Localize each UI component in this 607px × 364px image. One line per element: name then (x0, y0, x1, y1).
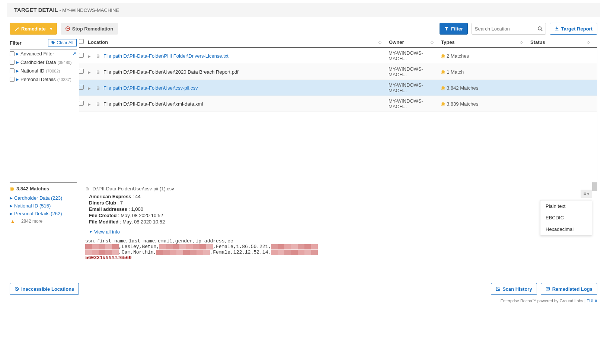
download-icon (555, 26, 559, 31)
encoding-option-plain[interactable]: Plain text (540, 200, 592, 212)
detail-metadata-line: Email addresses : 1,000 (89, 206, 597, 212)
chevron-right-icon[interactable]: ▶ (88, 54, 91, 58)
table-row[interactable]: ▶🗎File path D:\PII-Data-Folder\PHI Folde… (79, 48, 597, 64)
csv-preview: ssn,first_name,last_name,email,gender,ip… (85, 238, 597, 261)
chevron-right-icon: ▶ (16, 77, 19, 81)
table-row[interactable]: ▶🗎File path D:\PII-Data-Folder\User\2020… (79, 64, 597, 80)
scan-history-button[interactable]: Scan History (491, 283, 537, 295)
row-checkbox[interactable] (79, 101, 84, 106)
detail-metadata-line: File Created : May, 08 2020 10:52 (89, 213, 597, 218)
chevron-down-icon: ▾ (50, 27, 52, 31)
select-all-checkbox[interactable] (79, 39, 84, 44)
highlighted-value: 560221######6569 (85, 255, 132, 261)
wrench-icon[interactable] (73, 52, 77, 56)
filter-item-advanced[interactable]: ▶ Advanced Filter (10, 49, 77, 58)
col-types-label[interactable]: Types (441, 39, 455, 45)
search-location-input-wrapper (472, 23, 546, 35)
checkbox[interactable] (10, 77, 15, 82)
row-checkbox[interactable] (79, 53, 84, 58)
table-row[interactable]: ▶🗎File path D:\PII-Data-Folder\User\csv-… (79, 80, 597, 96)
eula-link[interactable]: EULA (587, 299, 597, 303)
remediated-logs-button[interactable]: Remediated Logs (541, 283, 597, 295)
row-checkbox[interactable] (79, 69, 84, 74)
tag-icon (51, 41, 55, 45)
location-path[interactable]: File path D:\PII-Data-Folder\User\2020 D… (103, 69, 239, 75)
search-location-input[interactable] (475, 26, 531, 32)
owner-cell: MY-WINDOWS-MACH... (389, 66, 441, 77)
table-body: ▶🗎File path D:\PII-Data-Folder\PHI Folde… (79, 48, 597, 182)
types-cell: ◉ 1 Match (441, 69, 464, 75)
chevron-right-icon[interactable]: ▶ (88, 86, 91, 90)
col-location-label[interactable]: Location (88, 39, 108, 45)
row-checkbox[interactable] (79, 85, 84, 90)
match-category[interactable]: ▶Cardholder Data (223) (10, 194, 77, 202)
sort-icon[interactable]: ◇ (431, 40, 434, 44)
inaccessible-locations-button[interactable]: Inaccessible Locations (10, 283, 79, 295)
checkbox[interactable] (10, 68, 15, 73)
redacted-block (156, 250, 210, 255)
file-icon: 🗎 (96, 54, 100, 59)
results-panel: Location ◇ Owner ◇ Types ◇ Status ◇ ▶🗎Fi… (79, 38, 597, 182)
sort-icon[interactable]: ◇ (587, 40, 590, 44)
toolbar: Remediate ▾ Stop Remediation Filter Targ… (0, 23, 607, 38)
match-icon: ◉ (10, 186, 14, 191)
owner-cell: MY-WINDOWS-MACH... (389, 82, 441, 93)
encoding-dropdown-button[interactable]: ≡ ▾ (581, 190, 592, 198)
types-cell: ◉ 3,839 Matches (441, 101, 478, 107)
match-category[interactable]: ▶National ID (515) (10, 202, 77, 210)
svg-point-2 (538, 27, 541, 30)
detail-metadata-line: American Express : 44 (89, 194, 597, 199)
match-category[interactable]: ▶Personal Details (262) (10, 210, 77, 218)
match-icon: ◉ (441, 53, 445, 59)
chevron-right-icon[interactable]: ▶ (88, 70, 91, 74)
target-report-button[interactable]: Target Report (550, 23, 597, 35)
svg-line-3 (541, 30, 542, 31)
filter-button[interactable]: Filter (440, 23, 468, 35)
file-icon: 🗎 (96, 102, 100, 107)
page-subtitle: - MY-WINDOWS-MACHINE (59, 7, 119, 13)
filter-item-personal-details[interactable]: ▶ Personal Details (43387) (10, 75, 77, 84)
history-icon (496, 287, 500, 291)
location-path[interactable]: File path D:\PII-Data-Folder\User\xml-da… (103, 101, 203, 107)
stop-remediation-button[interactable]: Stop Remediation (61, 23, 118, 35)
sort-icon[interactable]: ◇ (378, 40, 381, 44)
chevron-down-icon: ▼ (89, 230, 93, 234)
chevron-right-icon: ▶ (10, 196, 13, 200)
col-owner-label[interactable]: Owner (389, 39, 404, 45)
page-header: TARGET DETAIL - MY-WINDOWS-MACHINE (7, 3, 600, 17)
stop-icon (66, 26, 70, 31)
location-path[interactable]: File path D:\PII-Data-Folder\User\csv-pi… (103, 85, 198, 91)
encoding-option-hex[interactable]: Hexadecimal (540, 223, 592, 235)
table-row[interactable]: ▶🗎File path D:\PII-Data-Folder\User\xml-… (79, 96, 597, 112)
svg-rect-10 (546, 287, 549, 290)
col-status-label[interactable]: Status (530, 39, 545, 45)
owner-cell: MY-WINDOWS-MACH... (389, 50, 441, 61)
location-path[interactable]: File path D:\PII-Data-Folder\PHI Folder\… (103, 53, 229, 59)
redacted-block (159, 244, 213, 249)
checkbox[interactable] (10, 60, 15, 65)
view-all-info-link[interactable]: ▼ View all info (89, 229, 120, 235)
warning-icon: ▲ (10, 219, 15, 224)
checkbox[interactable] (10, 51, 15, 56)
match-icon: ◉ (441, 69, 445, 75)
encoding-option-ebcdic[interactable]: EBCDIC (540, 212, 592, 223)
page-title: TARGET DETAIL (14, 7, 58, 13)
logs-icon (546, 287, 550, 291)
matches-more[interactable]: ▲ +2842 more (10, 218, 77, 225)
redacted-block (271, 250, 318, 255)
wand-icon (15, 26, 19, 31)
filter-sidebar: Filter Clear All ▶ Advanced Filter ▶ Car… (10, 38, 77, 182)
file-icon: 🗎 (85, 186, 90, 191)
chevron-right-icon[interactable]: ▶ (88, 102, 91, 106)
chevron-right-icon: ▶ (16, 69, 19, 73)
filter-item-cardholder[interactable]: ▶ Cardholder Data (35480) (10, 58, 77, 67)
remediate-button[interactable]: Remediate ▾ (10, 23, 57, 35)
footer-actions: Inaccessible Locations Scan History Reme… (0, 276, 607, 299)
detail-pane: ≡ ▾ Plain text EBCDIC Hexadecimal 🗎 D:\P… (79, 182, 597, 261)
search-icon[interactable] (537, 26, 543, 31)
block-icon (15, 287, 19, 291)
clear-all-button[interactable]: Clear All (48, 39, 77, 46)
filter-item-national-id[interactable]: ▶ National ID (70002) (10, 67, 77, 75)
scrollbar-thumb[interactable] (592, 182, 597, 191)
sort-icon[interactable]: ◇ (520, 40, 523, 44)
